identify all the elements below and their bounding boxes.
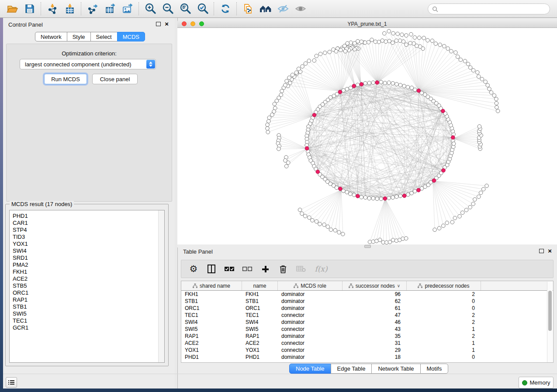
graph-node[interactable] [395,195,399,199]
graph-edge[interactable] [385,199,403,239]
graph-node[interactable] [381,39,384,43]
graph-node[interactable] [267,120,271,124]
table-cell[interactable]: 47 [343,312,407,318]
add-column-button[interactable] [260,264,270,274]
graph-node[interactable] [371,240,375,244]
table-cell[interactable]: connector [278,326,343,332]
graph-node[interactable] [476,71,480,75]
table-cell[interactable]: ACE2 [181,340,242,346]
graph-node[interactable] [486,83,490,87]
graph-node[interactable] [326,225,330,229]
table-cell[interactable]: FKH1 [181,291,242,297]
float-panel-icon[interactable] [539,249,544,253]
graph-node[interactable] [477,75,481,79]
table-settings-button[interactable]: ⚙ [188,264,199,274]
graph-node[interactable] [409,32,413,36]
table-cell[interactable]: PHD1 [242,354,278,360]
graph-edge[interactable] [433,181,487,186]
save-session-button[interactable] [21,1,38,16]
export-network-button[interactable] [84,1,101,16]
graph-node[interactable] [328,50,332,54]
mcds-result-item[interactable]: STB1 [13,303,164,310]
graph-node[interactable] [460,211,464,215]
graph-edge[interactable] [343,131,453,191]
graph-node[interactable] [495,97,498,101]
duplicate-network-button[interactable] [239,1,257,16]
graph-edge[interactable] [453,138,480,148]
table-cell[interactable]: SWI4 [242,319,278,325]
mcds-result-item[interactable]: RAP1 [13,296,164,303]
graph-node[interactable] [273,106,277,110]
table-cell[interactable]: SWI4 [181,319,242,325]
mcds-result-item[interactable]: ACE2 [13,275,164,282]
table-cell[interactable]: RAP1 [242,333,278,339]
graph-node[interactable] [315,54,318,58]
graph-node[interactable] [300,212,304,216]
graph-node[interactable] [489,91,493,95]
graph-node[interactable] [396,32,400,36]
graph-node[interactable] [312,58,316,62]
graph-node[interactable] [387,81,391,85]
graph-node[interactable] [402,84,406,88]
graph-node[interactable] [438,43,442,47]
mcds-result-item[interactable]: SWI4 [13,248,164,254]
graph-node[interactable] [367,81,371,85]
graph-node[interactable] [413,189,417,193]
table-cell[interactable]: 0 [407,298,481,304]
graph-node[interactable] [418,45,422,48]
graph-node[interactable] [367,196,371,200]
graph-node[interactable] [329,228,333,232]
graph-edge[interactable] [301,72,314,116]
graph-node[interactable] [308,216,311,220]
table-cell[interactable]: YOX1 [181,347,242,353]
show-all-button[interactable] [292,1,309,16]
table-scrollbar-thumb[interactable] [548,291,552,331]
graph-node[interactable] [406,193,410,196]
table-cell[interactable]: ACE2 [242,340,278,346]
graph-node[interactable] [280,89,284,93]
graph-edge[interactable] [279,138,308,148]
graph-node[interactable] [307,59,311,63]
graph-node[interactable] [468,205,472,209]
column-header-MCDS-role[interactable]: MCDS role [278,281,343,290]
graph-node[interactable] [417,36,421,40]
close-panel-icon[interactable]: × [165,22,169,26]
mcds-result-item[interactable]: PMA2 [13,261,164,268]
mcds-result-item[interactable]: PHD1 [13,213,164,220]
tab-network-table[interactable]: Network Table [371,364,420,374]
memory-button[interactable]: Memory [519,377,554,389]
graph-node[interactable] [383,31,387,35]
mcds-result-item[interactable]: CAR1 [13,220,164,227]
table-cell[interactable]: YOX1 [242,347,278,353]
graph-node-mcds[interactable] [402,194,406,198]
graph-node-mcds[interactable] [312,113,316,117]
table-scrollbar[interactable] [547,282,553,362]
table-cell[interactable]: 62 [343,298,407,304]
table-row[interactable]: STB1STB1dominator620 [181,298,553,305]
mcds-result-item[interactable]: SRD1 [13,254,164,261]
graph-node[interactable] [412,41,416,45]
graph-node[interactable] [367,40,370,44]
table-row[interactable]: SWI4SWI4dominator462 [181,319,553,326]
graph-node[interactable] [405,34,408,38]
graph-edge[interactable] [305,64,341,92]
table-cell[interactable]: ORC1 [242,305,278,311]
tab-node-table[interactable]: Node Table [289,364,331,374]
graph-node[interactable] [391,82,395,86]
mcds-result-list[interactable]: PHD1CAR1STP4TID3YOX1SWI4SRD1PMA2FKH1ACE2… [9,210,165,363]
column-header-successor-nodes[interactable]: successor nodes∨ [343,281,407,290]
graph-node[interactable] [477,195,481,199]
graph-node[interactable] [468,65,472,69]
graph-node[interactable] [401,40,405,44]
graph-node[interactable] [374,40,377,44]
toggle-columns-button[interactable] [206,264,217,274]
graph-edge[interactable] [329,52,341,91]
table-cell[interactable]: dominator [278,333,343,339]
function-builder-button[interactable]: f(x) [314,264,329,274]
graph-edge[interactable] [285,149,308,161]
graph-edge[interactable] [288,149,308,163]
graph-node[interactable] [379,197,383,201]
graph-node[interactable] [371,81,375,85]
graph-edge[interactable] [297,74,314,116]
graph-node-mcds[interactable] [417,188,421,192]
